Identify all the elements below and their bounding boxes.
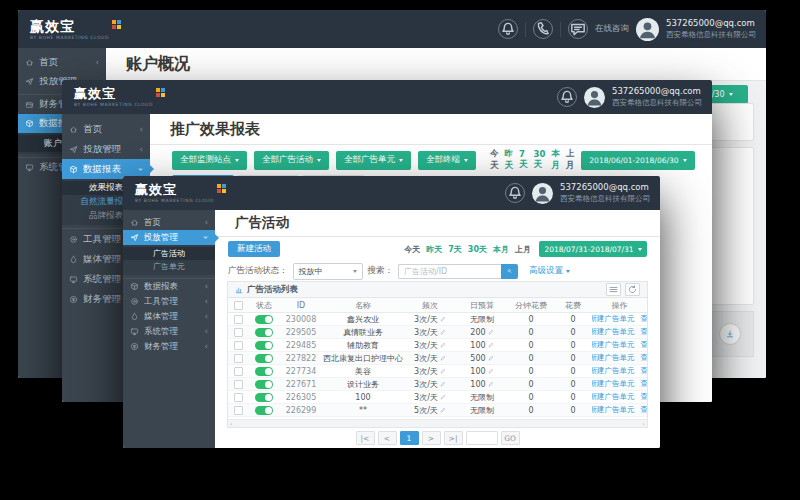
last-page-button[interactable]: >|	[444, 431, 463, 445]
action-link-查看报表[interactable]: 查看报表	[641, 340, 648, 350]
new-campaign-button[interactable]: 新建活动	[228, 241, 280, 257]
action-link-新建广告单元[interactable]: 新建广告单元	[592, 392, 635, 402]
sidebar-item-首页[interactable]: 首页‹	[123, 215, 215, 230]
quick-range-30天[interactable]: 30天	[468, 244, 487, 255]
go-button[interactable]: GO	[501, 431, 520, 445]
filter-button-全部广告活动[interactable]: 全部广告活动	[254, 151, 329, 170]
date-range-button[interactable]: 2018/07/31-2018/07/31	[539, 241, 647, 257]
user-email: 537265000@qq.com	[666, 18, 756, 29]
row-checkbox[interactable]	[234, 341, 243, 350]
sidebar-item-系统管理[interactable]: 系统管理‹	[123, 324, 215, 339]
quick-range-昨天[interactable]: 昨天	[505, 148, 514, 172]
row-checkbox[interactable]	[234, 354, 243, 363]
quick-range-上月[interactable]: 上月	[566, 148, 575, 172]
quick-range-今天[interactable]: 今天	[490, 148, 499, 172]
sidebar-item-首页[interactable]: 首页‹	[18, 53, 106, 72]
refresh-icon[interactable]	[625, 283, 640, 296]
row-checkbox[interactable]	[234, 380, 243, 389]
search-input[interactable]	[398, 264, 501, 279]
quick-range-7天[interactable]: 7天	[448, 244, 462, 255]
divider	[560, 22, 561, 37]
page-number-input[interactable]	[466, 431, 498, 445]
quick-range-上月[interactable]: 上月	[515, 244, 531, 255]
scroll-right-icon[interactable]: ›	[643, 421, 645, 427]
row-checkbox[interactable]	[234, 328, 243, 337]
status-toggle[interactable]	[255, 354, 273, 363]
action-link-查看报表[interactable]: 查看报表	[641, 327, 648, 337]
date-range-button[interactable]: 2018/06/01-2018/06/30	[581, 151, 694, 170]
status-toggle[interactable]	[255, 328, 273, 337]
page-title: 账户概况	[126, 54, 190, 75]
sidebar-item-投放管理[interactable]: 投放管理‹	[62, 139, 150, 159]
quick-range-30天[interactable]: 30天	[534, 149, 546, 171]
row-checkbox[interactable]	[234, 406, 243, 415]
phone-icon[interactable]	[533, 19, 553, 39]
current-page-button[interactable]: 1	[400, 431, 419, 445]
brand-name: 赢效宝	[135, 183, 214, 196]
sidebar-item-工具管理[interactable]: 工具管理‹	[123, 294, 215, 309]
advanced-settings-link[interactable]: 高级设置	[529, 265, 570, 277]
quick-range-本月[interactable]: 本月	[493, 244, 509, 255]
row-checkbox[interactable]	[234, 315, 243, 324]
status-toggle[interactable]	[255, 393, 273, 402]
notification-bell-icon[interactable]	[557, 87, 577, 107]
action-link-查看报表[interactable]: 查看报表	[641, 392, 648, 402]
status-toggle[interactable]	[255, 367, 273, 376]
quick-range-今天[interactable]: 今天	[404, 244, 420, 255]
list-view-icon[interactable]	[606, 283, 621, 296]
prev-page-button[interactable]: <	[378, 431, 397, 445]
sidebar-item-财务管理[interactable]: 财务管理‹	[123, 339, 215, 354]
download-button[interactable]	[719, 323, 741, 345]
action-link-新建广告单元[interactable]: 新建广告单元	[592, 405, 635, 415]
filter-button-全部广告单元[interactable]: 全部广告单元	[336, 151, 411, 170]
filter-button-全部终端[interactable]: 全部终端	[418, 151, 476, 170]
action-link-查看报表[interactable]: 查看报表	[641, 314, 648, 324]
sidebar-item-投放管理[interactable]: 投放管理‹	[123, 230, 215, 245]
search-icon	[507, 267, 512, 275]
action-link-新建广告单元[interactable]: 新建广告单元	[592, 340, 635, 350]
row-checkbox[interactable]	[234, 393, 243, 402]
status-toggle[interactable]	[255, 341, 273, 350]
action-link-查看报表[interactable]: 查看报表	[641, 405, 648, 415]
row-checkbox[interactable]	[234, 367, 243, 376]
status-toggle[interactable]	[255, 419, 273, 420]
action-link-新建广告单元[interactable]: 新建广告单元	[592, 379, 635, 389]
filter-button-全部监测站点[interactable]: 全部监测站点	[172, 151, 247, 170]
select-all-checkbox[interactable]	[234, 301, 243, 310]
chat-icon[interactable]	[568, 19, 588, 39]
sidebar-item-媒体管理[interactable]: 媒体管理‹	[123, 309, 215, 324]
next-page-button[interactable]: >	[422, 431, 441, 445]
quick-range-昨天[interactable]: 昨天	[426, 244, 442, 255]
avatar[interactable]	[532, 183, 553, 204]
brand-pixel	[117, 25, 121, 29]
action-link-新建广告单元[interactable]: 新建广告单元	[592, 314, 635, 324]
sidebar-item-首页[interactable]: 首页‹	[62, 119, 150, 139]
notification-bell-icon[interactable]	[505, 183, 525, 203]
sidebar-subitem-广告单元[interactable]: 广告单元	[123, 260, 215, 273]
sidebar-subitem-广告活动[interactable]: 广告活动	[123, 247, 215, 260]
sidebar-item-label: 首页	[144, 217, 161, 229]
action-link-新建广告单元[interactable]: 新建广告单元	[592, 353, 635, 363]
avatar[interactable]	[636, 18, 659, 41]
avatar[interactable]	[584, 87, 605, 108]
sidebar-item-数据报表[interactable]: 数据报表‹	[123, 278, 215, 294]
online-service-label[interactable]: 在线咨询	[595, 23, 629, 35]
search-button[interactable]	[501, 264, 518, 279]
scroll-left-icon[interactable]: ‹	[230, 421, 232, 427]
status-toggle[interactable]	[255, 406, 273, 415]
first-page-button[interactable]: |<	[356, 431, 375, 445]
quick-range-本月[interactable]: 本月	[551, 148, 560, 172]
quick-range-7天[interactable]: 7天	[519, 149, 528, 171]
action-link-查看报表[interactable]: 查看报表	[641, 353, 648, 363]
action-link-新建广告单元[interactable]: 新建广告单元	[592, 366, 635, 376]
campaign-cost: 0	[554, 341, 592, 350]
pencil-icon	[440, 381, 446, 387]
notification-bell-icon[interactable]	[498, 19, 518, 39]
status-toggle[interactable]	[255, 315, 273, 324]
action-link-查看报表[interactable]: 查看报表	[641, 379, 648, 389]
action-link-查看报表[interactable]: 查看报表	[641, 366, 648, 376]
horizontal-scrollbar[interactable]: ‹ ›	[228, 419, 647, 427]
status-toggle[interactable]	[255, 380, 273, 389]
action-link-新建广告单元[interactable]: 新建广告单元	[592, 327, 635, 337]
status-select[interactable]: 投放中	[293, 263, 363, 280]
